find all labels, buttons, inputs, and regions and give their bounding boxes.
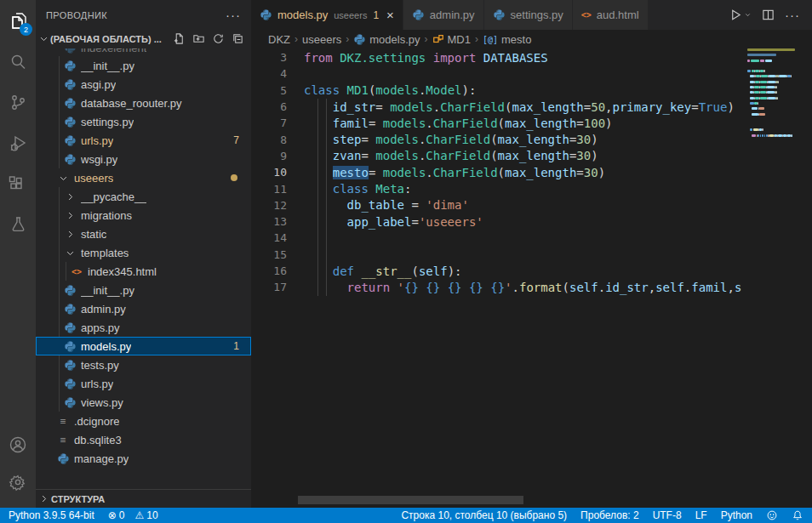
new-folder-icon[interactable] xyxy=(192,32,205,47)
tree-item--init-py[interactable]: __init__.py xyxy=(36,56,251,75)
status-feedback[interactable] xyxy=(766,509,778,521)
py-icon xyxy=(353,33,366,46)
python-file-icon xyxy=(493,9,506,21)
settings-gear-icon[interactable] xyxy=(0,464,36,500)
account-icon[interactable] xyxy=(0,427,36,463)
chevron-down-icon xyxy=(63,246,77,259)
status-indentation[interactable]: Пробелов: 2 xyxy=(580,509,639,521)
outline-section-header[interactable]: СТРУКТУРА xyxy=(36,489,251,508)
code-line-13[interactable]: 13 app_label='useeers' xyxy=(251,213,812,230)
split-editor-icon[interactable] xyxy=(762,9,775,21)
breadcrumb-separator: › xyxy=(475,33,478,45)
code-text: class Meta: xyxy=(304,182,411,196)
explorer-more-icon[interactable]: ··· xyxy=(226,8,241,22)
breadcrumb-item-useeers[interactable]: useeers xyxy=(302,33,341,46)
tree-item-tests-py[interactable]: tests.py xyxy=(36,355,251,374)
status-cursor-position[interactable]: Строка 10, столбец 10 (выбрано 5) xyxy=(401,509,567,521)
horizontal-scrollbar[interactable] xyxy=(298,496,523,504)
tree-item-wsgi-py[interactable]: wsgi.py xyxy=(36,150,251,168)
code-line-3[interactable]: 3from DKZ.settings import DATABASES xyxy=(251,49,812,65)
code-line-8[interactable]: 8 step= models.CharField(max_length=30) xyxy=(251,131,812,147)
file-icon: ≡ xyxy=(56,433,70,446)
file-tree: indexelement __init__.py asgi.py databas… xyxy=(36,48,251,474)
code-line-6[interactable]: 6 id_str= models.CharField(max_length=50… xyxy=(251,99,812,115)
tree-item-manage-py[interactable]: manage.py xyxy=(36,449,251,468)
refresh-icon[interactable] xyxy=(212,32,225,47)
minimap[interactable] xyxy=(747,48,800,508)
problems-badge: 1 xyxy=(233,340,239,352)
code-line-16[interactable]: 16 def __str__(self): xyxy=(251,263,812,279)
tree-item-asgi-py[interactable]: asgi.py xyxy=(36,75,251,94)
tab-settings-py[interactable]: settings.py xyxy=(484,0,573,30)
outline-label: СТРУКТУРА xyxy=(51,494,105,504)
code-line-14[interactable]: 14 xyxy=(251,230,812,246)
testing-icon[interactable] xyxy=(0,207,36,242)
breadcrumb-label: MD1 xyxy=(448,33,471,46)
feedback-icon xyxy=(766,509,778,521)
status-encoding[interactable]: UTF-8 xyxy=(653,509,682,521)
tree-item-db-sqlite3[interactable]: ≡db.sqlite3 xyxy=(36,430,251,449)
code-line-5[interactable]: 5class MD1(models.Model): xyxy=(251,82,812,99)
tree-item-useeers[interactable]: useeers xyxy=(36,168,251,187)
tree-item-apps-py[interactable]: apps.py xyxy=(36,318,251,337)
tree-item--init-py[interactable]: __init__.py xyxy=(36,281,251,299)
workspace-section-header[interactable]: (РАБОЧАЯ ОБЛАСТЬ) ... xyxy=(36,30,251,48)
code-text: id_str= models.CharField(max_length=50,p… xyxy=(304,100,735,114)
breadcrumb-item-models-py[interactable]: models.py xyxy=(353,33,420,46)
tree-item-urls-py[interactable]: urls.py xyxy=(36,374,251,393)
code-line-9[interactable]: 9 zvan= models.CharField(max_length=30) xyxy=(251,148,812,164)
status-python-interpreter[interactable]: Python 3.9.5 64-bit xyxy=(9,509,94,521)
tab-admin-py[interactable]: admin.py xyxy=(403,0,484,30)
breadcrumb-item-DKZ[interactable]: DKZ xyxy=(268,33,290,46)
explorer-title: ПРОВОДНИК xyxy=(46,10,107,20)
collapse-folders-icon[interactable] xyxy=(232,32,244,47)
breadcrumb: DKZ›useeers› models.py› MD1›[@]mesto xyxy=(251,30,812,48)
status-language-mode[interactable]: Python xyxy=(721,509,752,521)
python-file-icon xyxy=(63,48,77,54)
tree-item-models-py[interactable]: models.py1 xyxy=(36,337,251,355)
status-problems[interactable]: ⊗0⚠10 xyxy=(108,509,158,521)
tree-item-admin-py[interactable]: admin.py xyxy=(36,299,251,318)
tree-item-label: templates xyxy=(81,247,129,259)
close-icon[interactable]: × xyxy=(386,9,394,21)
status-eol[interactable]: LF xyxy=(695,509,707,521)
code-line-12[interactable]: 12 db_table = 'dima' xyxy=(251,197,812,213)
new-file-icon[interactable] xyxy=(173,32,186,47)
code-line-11[interactable]: 11 class Meta: xyxy=(251,180,812,196)
python-file-icon xyxy=(260,9,272,21)
source-control-icon[interactable] xyxy=(0,84,36,120)
breadcrumb-item-mesto[interactable]: [@]mesto xyxy=(483,33,531,46)
code-line-7[interactable]: 7 famil= models.CharField(max_length=100… xyxy=(251,115,812,131)
tree-item-index345-html[interactable]: <>index345.html xyxy=(36,262,251,281)
run-and-debug-icon[interactable] xyxy=(0,125,36,161)
tree-item-label: models.py xyxy=(81,340,131,353)
breadcrumb-item-MD1[interactable]: MD1 xyxy=(432,33,471,46)
status-notifications[interactable] xyxy=(792,509,803,521)
tree-item-settings-py[interactable]: settings.py xyxy=(36,112,251,131)
code-editor[interactable]: 3from DKZ.settings import DATABASES45cla… xyxy=(251,48,812,508)
tab-aud-html[interactable]: <>aud.html xyxy=(573,0,649,30)
chevron-right-icon xyxy=(39,494,49,503)
code-text: from DKZ.settings import DATABASES xyxy=(304,51,548,65)
tree-item-database-roouter-py[interactable]: database_roouter.py xyxy=(36,94,251,112)
search-icon[interactable] xyxy=(0,43,36,79)
tree-item-templates[interactable]: templates xyxy=(36,243,251,262)
tree-item--dcignore[interactable]: ≡.dcignore xyxy=(36,412,251,430)
code-line-17[interactable]: 17 return '{} {} {} {} {}'.format(self.i… xyxy=(251,279,812,295)
tree-item-static[interactable]: static xyxy=(36,225,251,243)
extensions-icon[interactable] xyxy=(0,166,36,202)
tree-item-views-py[interactable]: views.py xyxy=(36,393,251,412)
tree-item-migrations[interactable]: migrations xyxy=(36,206,251,225)
tree-item--pycache-[interactable]: __pycache__ xyxy=(36,187,251,206)
code-line-15[interactable]: 15 xyxy=(251,247,812,263)
code-line-4[interactable]: 4 xyxy=(251,65,812,82)
python-file-icon xyxy=(63,339,77,353)
explorer-icon[interactable]: 2 xyxy=(0,3,36,38)
run-icon[interactable] xyxy=(729,9,752,21)
code-line-10[interactable]: 10 mesto= models.CharField(max_length=30… xyxy=(251,164,812,180)
tab-label: aud.html xyxy=(597,9,639,21)
more-actions-icon[interactable]: ··· xyxy=(785,8,800,22)
tree-item-urls-py[interactable]: urls.py7 xyxy=(36,131,251,150)
vscode-window: 2 ПРОВОДНИК ··· (РАБОЧАЯ ОБЛАСТЬ) ... in… xyxy=(0,0,812,523)
tab-models-py[interactable]: models.pyuseeers1× xyxy=(251,0,403,30)
